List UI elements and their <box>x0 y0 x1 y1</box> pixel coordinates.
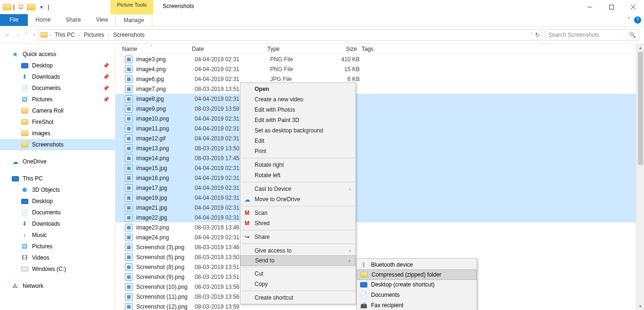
menu-item-share[interactable]: ↪Share <box>240 232 355 242</box>
sidebar-item-pc-desktop[interactable]: Desktop <box>0 196 115 207</box>
menu-item-set-background[interactable]: Set as desktop background <box>240 125 355 136</box>
maximize-button[interactable] <box>601 0 622 14</box>
menu-item-send-to[interactable]: Send to› <box>240 255 355 266</box>
file-row[interactable]: image24.png04-04-2019 02:31 <box>116 232 644 242</box>
menu-item-edit-photos[interactable]: Edit with Photos <box>240 105 355 115</box>
menu-item-move-onedrive[interactable]: ☁Move to OneDrive <box>240 194 355 204</box>
sidebar-item-windows-c[interactable]: Windows (C:) <box>0 263 115 275</box>
address-dropdown-icon[interactable]: ˅ <box>531 33 533 37</box>
search-icon[interactable]: 🔍 <box>629 32 636 38</box>
chevron-right-icon[interactable]: › <box>50 33 51 37</box>
sidebar-item-documents[interactable]: 📄 Documents 📌 <box>0 82 115 94</box>
file-row[interactable]: image23.png08-03-2019 13:46 <box>116 222 644 232</box>
column-header-type[interactable]: Type <box>267 46 324 52</box>
menu-item-give-access[interactable]: Give access to› <box>240 245 355 256</box>
recent-locations-icon[interactable]: ˅ <box>25 33 28 37</box>
submenu-item-desktop-shortcut[interactable]: Desktop (create shortcut) <box>357 279 477 290</box>
menu-item-edit-paint3d[interactable]: Edit with Paint 3D <box>240 115 355 125</box>
column-header-size[interactable]: Size <box>324 46 362 52</box>
up-button[interactable]: ↑ <box>33 32 35 38</box>
column-header-date[interactable]: Date <box>192 46 267 52</box>
menu-item-cut[interactable]: Cut <box>240 269 355 279</box>
close-button[interactable] <box>622 0 644 14</box>
contextual-tab-picture-tools[interactable]: Picture Tools <box>110 0 153 14</box>
back-button[interactable]: ← <box>5 32 10 38</box>
breadcrumb-pictures[interactable]: Pictures <box>82 32 106 38</box>
ribbon-caret-icon[interactable]: ˅ <box>627 16 630 24</box>
sidebar-item-pc-downloads[interactable]: ⬇ Downloads <box>0 218 115 229</box>
scroll-up-icon[interactable]: ▴ <box>636 43 644 51</box>
tab-view[interactable]: View <box>88 14 116 26</box>
file-row[interactable]: image15.jpg04-04-2019 02:31 <box>116 163 644 173</box>
column-header-name[interactable]: Name ˄ <box>122 46 192 52</box>
sidebar-item-downloads[interactable]: ⬇ Downloads 📌 <box>0 71 115 82</box>
sidebar-item-screenshots[interactable]: Screenshots <box>0 139 115 150</box>
sidebar-item-quick-access[interactable]: ★ Quick access <box>0 49 115 60</box>
menu-item-edit[interactable]: Edit <box>240 136 355 146</box>
menu-item-create-video[interactable]: Create a new video <box>240 94 355 105</box>
scroll-thumb[interactable] <box>638 52 643 165</box>
sidebar-item-pictures[interactable]: 🖼 Pictures 📌 <box>0 94 115 105</box>
menu-item-cast-to-device[interactable]: Cast to Device› <box>240 184 355 194</box>
forward-button[interactable]: → <box>15 32 21 38</box>
menu-item-shred[interactable]: MShred <box>240 218 355 228</box>
menu-item-rotate-left[interactable]: Rotate left <box>240 170 355 180</box>
search-input[interactable]: Search Screenshots 🔍 <box>545 29 639 41</box>
sidebar-item-onedrive[interactable]: ☁ OneDrive <box>0 156 115 167</box>
sidebar-item-fireshot[interactable]: FireShot <box>0 116 115 128</box>
column-header-tags[interactable]: Tags <box>362 46 399 52</box>
file-row[interactable]: image3.png04-04-2019 02:31PNG File410 KB <box>116 54 644 64</box>
sidebar-item-desktop[interactable]: Desktop 📌 <box>0 60 115 71</box>
chevron-right-icon[interactable]: › <box>79 33 80 37</box>
vertical-scrollbar[interactable]: ▴ ▾ <box>636 43 644 310</box>
refresh-icon[interactable]: ↻ <box>535 32 540 38</box>
menu-item-open[interactable]: Open <box>240 84 355 94</box>
menu-item-rotate-right[interactable]: Rotate right <box>240 160 355 170</box>
qat-customize-icon[interactable]: ▾ <box>37 3 46 11</box>
file-row[interactable]: image22.jpg04-04-2019 02:31 <box>116 212 644 222</box>
tab-share[interactable]: Share <box>58 14 88 26</box>
tab-file[interactable]: File <box>0 14 28 26</box>
help-icon[interactable]: ? <box>634 16 641 24</box>
tab-manage[interactable]: Manage <box>116 14 152 26</box>
file-row[interactable]: image4.png04-04-2019 02:31PNG File15 KB <box>116 64 644 74</box>
sidebar-item-pc-documents[interactable]: 📄 Documents <box>0 207 115 218</box>
file-row[interactable]: image16.png04-04-2019 02:31 <box>116 173 644 183</box>
file-row[interactable]: image7.png08-03-2019 13:51 <box>116 84 644 94</box>
file-row[interactable]: image9.png08-03-2019 13:59 <box>116 104 644 114</box>
sidebar-item-network[interactable]: 🖧 Network <box>0 280 115 292</box>
breadcrumb-screenshots[interactable]: Screenshots <box>111 32 147 38</box>
menu-item-copy[interactable]: Copy <box>240 279 355 289</box>
submenu-item-documents[interactable]: 📄Documents <box>357 290 477 300</box>
file-row[interactable]: image12.gif04-04-2019 02:31 <box>116 133 644 143</box>
file-row[interactable]: image13.png08-03-2019 13:50 <box>116 143 644 153</box>
menu-item-create-shortcut[interactable]: Create shortcut <box>240 293 355 303</box>
submenu-item-bluetooth[interactable]: ᛒBluetooth device <box>357 260 477 270</box>
file-row[interactable]: image21.jpg04-04-2019 02:31 <box>116 203 644 212</box>
menu-item-scan[interactable]: MScan <box>240 208 355 218</box>
sidebar-item-this-pc[interactable]: This PC <box>0 173 115 184</box>
submenu-item-fax[interactable]: 📠Fax recipient <box>357 300 477 310</box>
file-row[interactable]: image17.jpg04-04-2019 02:31 <box>116 183 644 193</box>
sidebar-item-music[interactable]: ♪ Music <box>0 229 115 241</box>
file-row[interactable]: image14.png08-03-2019 17:45 <box>116 153 644 163</box>
sidebar-item-videos[interactable]: 🎞 Videos <box>0 252 115 263</box>
menu-item-print[interactable]: Print <box>240 146 355 156</box>
file-row[interactable]: Screenshot (3).png08-03-2019 13:46 <box>116 242 644 252</box>
tab-home[interactable]: Home <box>28 14 58 26</box>
minimize-button[interactable] <box>579 0 601 14</box>
sidebar-item-camera-roll[interactable]: Camera Roll <box>0 105 115 116</box>
file-row[interactable]: image8.jpg04-04-2019 02:31 <box>116 94 644 104</box>
file-row[interactable]: image10.png04-04-2019 02:31 <box>116 114 644 123</box>
scroll-down-icon[interactable]: ▾ <box>636 302 644 310</box>
submenu-item-compressed[interactable]: Compressed (zipped) folder <box>357 269 477 280</box>
sidebar-item-3d-objects[interactable]: ⬢ 3D Objects <box>0 184 115 196</box>
file-row[interactable]: image11.png04-04-2019 02:31 <box>116 123 644 133</box>
properties-icon[interactable]: ☑ <box>17 3 25 11</box>
sidebar-item-images[interactable]: images <box>0 128 115 139</box>
new-folder-icon[interactable] <box>27 3 35 11</box>
file-row[interactable]: image6.jpg04-04-2019 02:31JPG File6 KB <box>116 74 644 84</box>
chevron-right-icon[interactable]: › <box>108 33 109 37</box>
file-row[interactable]: image19.jpg04-04-2019 02:31 <box>116 193 644 203</box>
sidebar-item-pc-pictures[interactable]: 🖼 Pictures <box>0 241 115 252</box>
